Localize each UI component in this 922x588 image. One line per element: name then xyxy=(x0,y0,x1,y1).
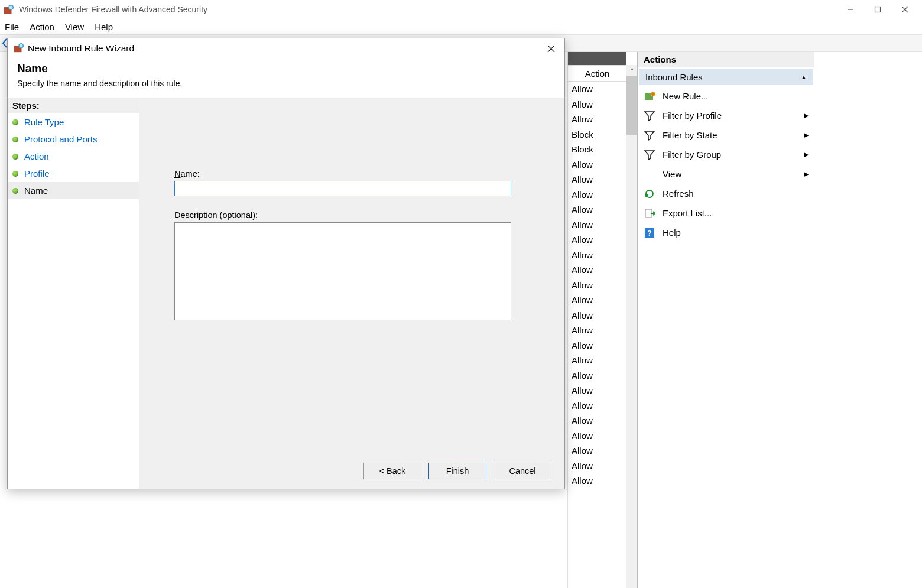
rule-action-cell[interactable]: Allow xyxy=(568,232,626,248)
description-field-label: Description (optional): xyxy=(174,210,529,220)
wizard-button-row: < Back Finish Cancel xyxy=(363,463,551,479)
actions-panel-header: Actions xyxy=(638,52,814,67)
action-item-label: Filter by State xyxy=(663,130,718,140)
rule-action-cell[interactable]: Allow xyxy=(568,248,626,263)
window-close-button[interactable] xyxy=(891,0,918,19)
bullet-icon xyxy=(12,154,18,160)
filter-icon xyxy=(644,129,655,141)
submenu-arrow-icon: ▶ xyxy=(804,131,809,139)
bullet-icon xyxy=(12,119,18,125)
rule-action-cell[interactable]: Allow xyxy=(568,217,626,233)
bullet-icon xyxy=(12,188,18,194)
rule-action-cell[interactable]: Allow xyxy=(568,383,626,398)
rule-action-cell[interactable]: Allow xyxy=(568,202,626,217)
rules-scrollbar[interactable] xyxy=(626,65,637,588)
action-item-label: Refresh xyxy=(663,189,694,199)
rules-scroll-up[interactable]: ˄ xyxy=(626,65,637,76)
refresh-icon xyxy=(644,188,655,200)
description-textarea[interactable] xyxy=(174,222,511,320)
rule-action-cell[interactable]: Allow xyxy=(568,112,626,127)
rule-action-cell[interactable]: Allow xyxy=(568,308,626,323)
filter-icon xyxy=(644,110,655,122)
menu-bar: File Action View Help xyxy=(0,19,922,34)
new-inbound-rule-wizard: New Inbound Rule Wizard Name Specify the… xyxy=(7,38,565,489)
filter-icon xyxy=(644,149,655,161)
rule-action-cell[interactable]: Allow xyxy=(568,353,626,368)
rule-action-cell[interactable]: Block xyxy=(568,127,626,142)
action-item-label: Filter by Group xyxy=(663,150,721,160)
wizard-steps-header: Steps: xyxy=(8,98,139,113)
action-new-rule[interactable]: New Rule... xyxy=(638,86,814,106)
rule-action-cell[interactable]: Allow xyxy=(568,293,626,308)
wizard-step-protocol-and-ports[interactable]: Protocol and Ports xyxy=(8,131,139,148)
svg-point-3 xyxy=(9,6,13,9)
rule-action-cell[interactable]: Block xyxy=(568,142,626,157)
action-filter-by-profile[interactable]: Filter by Profile▶ xyxy=(638,106,814,125)
cancel-button[interactable]: Cancel xyxy=(494,463,551,479)
rule-action-cell[interactable]: Allow xyxy=(568,157,626,173)
svg-point-15 xyxy=(20,44,23,47)
rule-action-cell[interactable]: Allow xyxy=(568,338,626,353)
action-view[interactable]: View▶ xyxy=(638,164,814,184)
rules-column-header[interactable]: Action xyxy=(568,65,626,82)
bullet-icon xyxy=(12,171,18,177)
help-icon: ? xyxy=(644,227,655,239)
export-icon xyxy=(644,207,655,219)
svg-rect-5 xyxy=(875,7,881,12)
rule-action-cell[interactable]: Allow xyxy=(568,262,626,278)
actions-section-header[interactable]: Inbound Rules ▲ xyxy=(639,69,813,85)
window-minimize-button[interactable] xyxy=(837,0,864,19)
wizard-title: New Inbound Rule Wizard xyxy=(28,43,543,54)
main-window-title: Windows Defender Firewall with Advanced … xyxy=(19,5,837,14)
wizard-step-rule-type[interactable]: Rule Type xyxy=(8,113,139,131)
menu-help[interactable]: Help xyxy=(95,22,113,32)
rule-action-cell[interactable]: Allow xyxy=(568,97,626,112)
action-item-label: View xyxy=(663,169,681,179)
menu-action[interactable]: Action xyxy=(30,22,54,32)
firewall-icon xyxy=(14,43,24,55)
window-maximize-button[interactable] xyxy=(864,0,891,19)
rules-scroll-thumb[interactable] xyxy=(626,76,637,135)
menu-view[interactable]: View xyxy=(65,22,84,32)
new-rule-icon xyxy=(644,90,655,102)
wizard-page: Name: Description (optional): < Back Fin… xyxy=(139,98,564,489)
wizard-step-label: Name xyxy=(24,186,48,196)
wizard-heading: Name xyxy=(17,62,555,75)
action-item-label: Filter by Profile xyxy=(663,111,722,121)
wizard-step-action[interactable]: Action xyxy=(8,148,139,165)
wizard-titlebar: New Inbound Rule Wizard xyxy=(8,38,564,59)
rule-action-cell[interactable]: Allow xyxy=(568,187,626,203)
actions-section-title: Inbound Rules xyxy=(645,72,703,82)
rule-action-cell[interactable]: Allow xyxy=(568,82,626,97)
wizard-step-label: Profile xyxy=(24,168,50,178)
rule-action-cell[interactable]: Allow xyxy=(568,172,626,187)
action-filter-by-state[interactable]: Filter by State▶ xyxy=(638,125,814,145)
rule-action-cell[interactable]: Allow xyxy=(568,413,626,428)
rule-action-cell[interactable]: Allow xyxy=(568,368,626,384)
rule-action-cell[interactable]: Allow xyxy=(568,323,626,338)
svg-text:?: ? xyxy=(647,229,652,238)
wizard-steps-pane: Steps: Rule TypeProtocol and PortsAction… xyxy=(8,98,139,489)
action-help[interactable]: ?Help xyxy=(638,223,814,242)
submenu-arrow-icon: ▶ xyxy=(804,151,809,158)
action-refresh[interactable]: Refresh xyxy=(638,184,814,203)
firewall-icon xyxy=(4,4,14,15)
name-field-label: Name: xyxy=(174,169,529,178)
submenu-arrow-icon: ▶ xyxy=(804,112,809,119)
finish-button[interactable]: Finish xyxy=(428,463,486,479)
rule-action-cell[interactable]: Allow xyxy=(568,473,626,489)
wizard-step-label: Rule Type xyxy=(24,117,64,127)
wizard-close-button[interactable] xyxy=(543,41,559,56)
rule-action-cell[interactable]: Allow xyxy=(568,398,626,414)
wizard-step-name: Name xyxy=(8,182,139,199)
menu-file[interactable]: File xyxy=(5,22,19,32)
collapse-icon: ▲ xyxy=(801,74,807,80)
rule-action-cell[interactable]: Allow xyxy=(568,278,626,293)
action-export-list[interactable]: Export List... xyxy=(638,203,814,223)
action-filter-by-group[interactable]: Filter by Group▶ xyxy=(638,145,814,164)
bullet-icon xyxy=(12,137,18,142)
wizard-step-label: Action xyxy=(24,151,49,161)
wizard-step-profile[interactable]: Profile xyxy=(8,165,139,182)
back-button[interactable]: < Back xyxy=(363,463,421,479)
name-input[interactable] xyxy=(174,181,511,196)
